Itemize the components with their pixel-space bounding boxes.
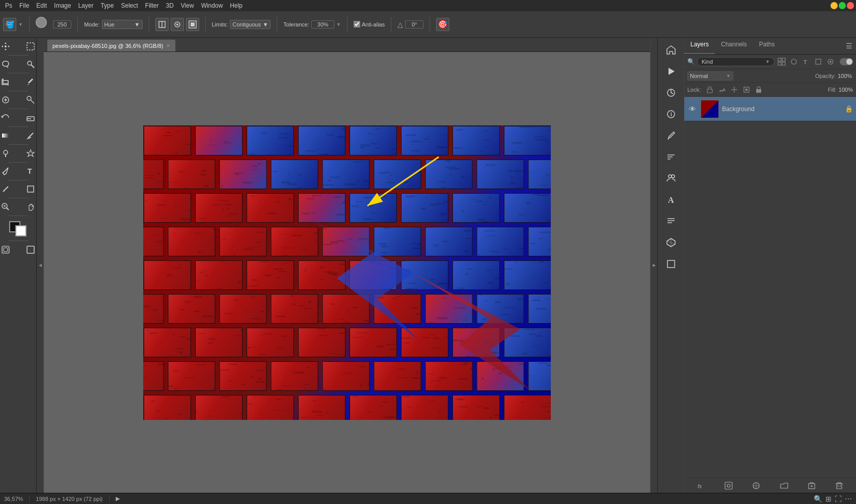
gradient-tool[interactable]	[0, 129, 18, 142]
blend-mode-dropdown[interactable]: Normal ▼	[687, 71, 733, 81]
lock-image-icon[interactable]	[717, 85, 727, 95]
delete-layer-button[interactable]	[834, 480, 845, 491]
type-filter-icon[interactable]: T	[801, 57, 811, 67]
crop-tool[interactable]	[0, 75, 18, 89]
tab-layers[interactable]: Layers	[684, 38, 715, 54]
menu-window[interactable]: Window	[198, 1, 226, 10]
canvas-image[interactable]	[143, 125, 551, 420]
sample-once-icon[interactable]	[155, 18, 169, 31]
tool-selector[interactable]: 🪣 ▼	[3, 18, 23, 31]
layer-kind-dropdown[interactable]: Kind ▼	[697, 57, 774, 66]
rectangle-icon[interactable]	[662, 255, 680, 273]
svg-line-8	[7, 66, 8, 68]
sort-icon[interactable]	[662, 148, 680, 166]
right-panel-collapse[interactable]: ▶	[650, 38, 657, 493]
home-icon[interactable]	[662, 41, 680, 59]
history-brush-tool[interactable]	[0, 111, 18, 124]
shape-filter-icon[interactable]	[813, 57, 823, 67]
filter-toggle[interactable]	[840, 58, 853, 65]
layer-blend-controls: Normal ▼ Opacity: 100%	[684, 69, 856, 83]
tool-separator-4	[8, 109, 29, 109]
document-tab[interactable]: pexels-pixabay-68510.jpg @ 36,6% (RGB/8)…	[47, 39, 176, 51]
menu-image[interactable]: Image	[51, 1, 74, 10]
people-icon[interactable]	[662, 169, 680, 188]
maximize-button[interactable]	[839, 2, 846, 9]
swatch-value[interactable]: 250	[53, 20, 71, 29]
menu-type[interactable]: Type	[97, 1, 117, 10]
angle-value[interactable]: 0°	[405, 20, 423, 29]
lock-position-icon[interactable]	[729, 85, 739, 95]
status-grid-icon[interactable]: ⊞	[825, 495, 832, 503]
move-tool[interactable]	[0, 40, 18, 53]
minimize-button[interactable]	[831, 2, 838, 9]
menu-file[interactable]: File	[16, 1, 32, 10]
lock-pixels-icon[interactable]	[705, 85, 715, 95]
fill-value[interactable]: 100%	[839, 87, 853, 93]
dodge-tool[interactable]	[0, 147, 18, 160]
status-more-icon[interactable]: ⋯	[845, 495, 852, 503]
play-icon[interactable]	[662, 62, 680, 81]
foreground-background-swatches[interactable]	[6, 219, 31, 238]
layer-lock-icon: 🔒	[845, 105, 853, 113]
layer-visibility-toggle[interactable]: 👁	[687, 104, 698, 114]
healing-brush-tool[interactable]	[0, 93, 18, 107]
panel-menu-icon[interactable]: ☰	[843, 40, 855, 52]
lock-all-icon[interactable]	[754, 85, 764, 95]
limits-chevron-icon: ▼	[262, 21, 268, 28]
tab-channels[interactable]: Channels	[715, 38, 753, 54]
tab-close-button[interactable]: ✕	[166, 43, 170, 48]
add-group-button[interactable]	[779, 480, 790, 491]
sample-background-icon[interactable]	[186, 18, 199, 31]
paragraph-icon[interactable]	[662, 212, 680, 230]
menu-select[interactable]: Select	[118, 1, 141, 10]
pixel-filter-icon[interactable]	[777, 57, 787, 67]
tolerance-value[interactable]: 30%	[311, 20, 334, 29]
brush-settings-icon[interactable]	[662, 126, 680, 145]
adjustment-filter-icon[interactable]	[789, 57, 799, 67]
info-icon[interactable]: i	[662, 105, 680, 123]
menu-layer[interactable]: Layer	[75, 1, 96, 10]
3d-icon[interactable]	[662, 233, 680, 252]
tab-paths[interactable]: Paths	[753, 38, 781, 54]
mode-dropdown[interactable]: Hue ▼	[102, 20, 143, 29]
add-mask-button[interactable]	[723, 480, 734, 491]
limits-dropdown[interactable]: Contiguous ▼	[230, 20, 271, 29]
canvas-container[interactable]	[44, 52, 650, 493]
lock-artboard-icon[interactable]	[741, 85, 752, 95]
svg-point-6	[5, 45, 7, 47]
tolerance-dropdown-icon[interactable]: ▼	[336, 22, 341, 27]
menu-3d[interactable]: 3D	[163, 1, 176, 10]
fx-button[interactable]: fx	[696, 480, 707, 491]
svg-rect-16	[2, 134, 9, 138]
toolbar-separator-5	[277, 17, 277, 32]
sample-continuous-icon[interactable]	[171, 18, 184, 31]
eraser-tool-icon[interactable]: 🪣	[3, 18, 16, 31]
layer-item[interactable]: 👁 Background 🔒	[684, 97, 856, 121]
menu-view[interactable]: View	[178, 1, 197, 10]
menu-filter[interactable]: Filter	[142, 1, 162, 10]
color-swatch[interactable]	[36, 17, 51, 32]
quick-mask-icon[interactable]	[0, 243, 18, 256]
add-adjustment-button[interactable]	[751, 480, 762, 491]
zoom-tool[interactable]	[0, 200, 18, 214]
text-icon[interactable]: A	[662, 191, 680, 209]
ps-logo[interactable]: Ps	[2, 1, 15, 10]
adjustments-icon[interactable]	[662, 84, 680, 102]
brick-canvas[interactable]	[143, 125, 551, 420]
smart-filter-icon[interactable]	[825, 57, 836, 67]
path-selection-tool[interactable]	[0, 182, 18, 196]
anti-alias-checkbox[interactable]	[354, 21, 360, 28]
pen-tool[interactable]	[0, 165, 18, 178]
status-arrow[interactable]: ▶	[116, 495, 120, 502]
left-panel-collapse[interactable]: ◀	[37, 38, 44, 493]
menu-edit[interactable]: Edit	[33, 1, 50, 10]
tool-separator-1	[8, 55, 29, 56]
menu-help[interactable]: Help	[227, 1, 246, 10]
add-layer-button[interactable]	[806, 480, 817, 491]
status-expand-icon[interactable]: ⛶	[835, 495, 842, 503]
lasso-tool[interactable]	[0, 58, 18, 71]
status-search-icon[interactable]: 🔍	[814, 495, 822, 503]
opacity-value[interactable]: 100%	[838, 73, 853, 79]
target-icon[interactable]: 🎯	[436, 18, 449, 31]
close-button[interactable]	[847, 2, 854, 9]
